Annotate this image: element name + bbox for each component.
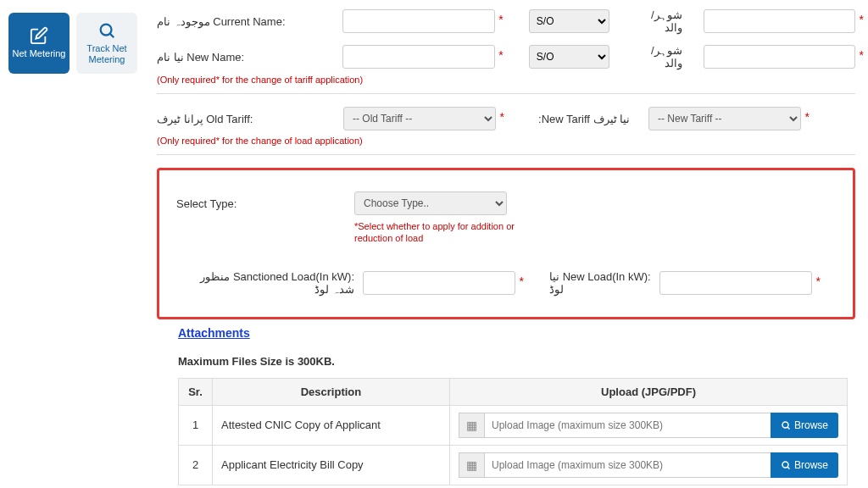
net-metering-tile[interactable]: Net Metering <box>8 13 70 74</box>
row-desc: Attested CNIC Copy of Applicant <box>213 405 450 445</box>
max-file-note: Maximum Files Size is 300KB. <box>178 355 855 368</box>
row-desc: Applicant Electricity Bill Copy <box>213 445 450 485</box>
row-sr: 1 <box>179 405 213 445</box>
sanctioned-load-input[interactable] <box>363 271 515 295</box>
select-type-section: Select Type: Choose Type.. *Select wheth… <box>157 168 855 319</box>
browse-button-1[interactable]: Browse <box>771 413 838 438</box>
required-star: * <box>500 110 504 124</box>
upload-input-2[interactable] <box>484 452 771 478</box>
row-sr: 2 <box>179 445 213 485</box>
divider <box>157 154 855 155</box>
upload-input-1[interactable] <box>484 413 771 438</box>
search-icon <box>781 460 791 470</box>
svg-line-3 <box>787 427 790 430</box>
new-name-input[interactable] <box>342 45 494 69</box>
attachments-title: Attachments <box>178 326 855 340</box>
track-net-tile[interactable]: Track Net Metering <box>76 13 137 74</box>
svg-point-0 <box>101 24 112 35</box>
sanctioned-load-label: :Sanctioned Load(In kW) منظور شدہ لوڈ <box>176 270 354 296</box>
required-star: * <box>860 48 864 62</box>
new-relation-name-input[interactable] <box>704 45 855 69</box>
relation-select-1[interactable]: S/O <box>529 9 609 33</box>
table-row: 2 Applicant Electricity Bill Copy ▦ Brow… <box>179 445 848 485</box>
select-type-note: *Select whether to apply for addition or… <box>354 220 515 245</box>
image-icon: ▦ <box>459 452 484 478</box>
old-tariff-select[interactable]: -- Old Tariff -- <box>343 107 496 130</box>
required-star: * <box>860 13 864 26</box>
search-icon <box>781 420 791 430</box>
svg-line-1 <box>110 33 114 37</box>
search-icon <box>97 21 116 40</box>
new-tariff-select[interactable]: -- New Tariff -- <box>648 107 801 130</box>
current-name-input[interactable] <box>342 9 494 33</box>
net-metering-label: Net Metering <box>13 48 66 59</box>
svg-point-2 <box>782 422 788 428</box>
select-type-dropdown[interactable]: Choose Type.. <box>354 191 507 215</box>
col-desc: Description <box>213 378 450 405</box>
new-load-label: :New Load(In kW) نیا لوڈ <box>549 270 651 296</box>
select-type-label: Select Type: <box>176 197 354 210</box>
col-sr: Sr. <box>179 378 213 405</box>
new-tariff-label: نیا ٹیرف New Tariff: <box>538 113 640 125</box>
load-note: (Only required* for the change of load a… <box>157 136 855 146</box>
current-name-label: :Current Name موجودہ نام <box>157 15 334 28</box>
new-name-label: :New Name نیا نام <box>157 51 334 64</box>
attachments-table: Sr. Description Upload (JPG/PDF) 1 Attes… <box>178 378 848 485</box>
image-icon: ▦ <box>459 413 484 438</box>
divider <box>157 93 855 94</box>
required-star: * <box>498 13 503 26</box>
edit-icon <box>30 26 48 45</box>
tariff-note: (Only required* for the change of tariff… <box>157 75 855 85</box>
relation-select-2[interactable]: S/O <box>529 45 609 69</box>
svg-line-5 <box>787 467 790 469</box>
required-star: * <box>816 274 821 288</box>
col-upload: Upload (JPG/PDF) <box>450 378 848 405</box>
old-tariff-label: :Old Tariff پرانا ٹیرف <box>157 113 335 125</box>
track-net-label: Track Net Metering <box>76 43 137 65</box>
svg-point-4 <box>782 462 788 468</box>
table-row: 1 Attested CNIC Copy of Applicant ▦ Brow… <box>179 405 848 445</box>
new-load-input[interactable] <box>659 271 812 295</box>
relation-urdu-2: شوہر/ والد <box>631 44 682 69</box>
browse-button-2[interactable]: Browse <box>771 452 838 478</box>
required-star: * <box>520 274 524 288</box>
required-star: * <box>498 48 503 62</box>
required-star: * <box>805 110 810 124</box>
current-relation-name-input[interactable] <box>704 9 855 33</box>
relation-urdu-1: شوہر/ والد <box>631 8 682 34</box>
